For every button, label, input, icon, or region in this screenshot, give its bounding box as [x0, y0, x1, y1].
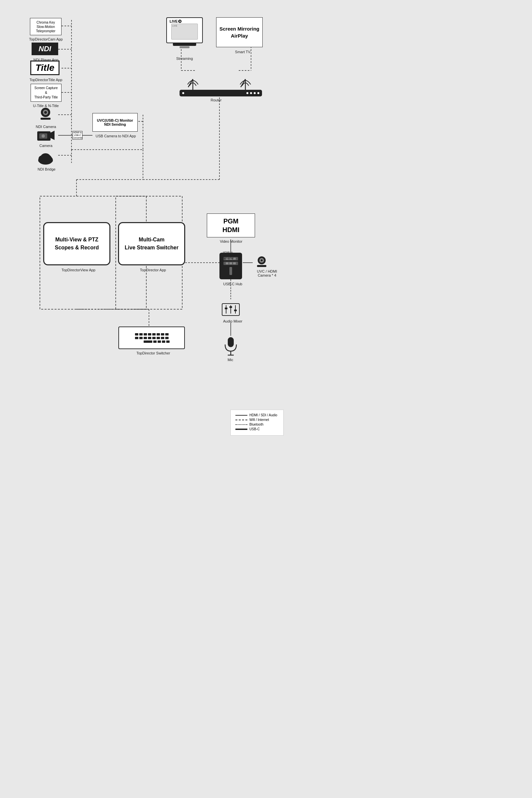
svg-rect-34 [41, 118, 51, 120]
svg-rect-60 [234, 309, 237, 311]
hdmi-usbc-box: HDMI to USB-C Converter [73, 131, 82, 140]
legend-usbc: USB-C [235, 427, 279, 431]
smart-tv-label: Smart TV [226, 50, 259, 54]
pgm-hdmi-label: Video Monitor [209, 240, 253, 243]
streaming-monitor: LIVE LIVE [163, 17, 206, 54]
router-label: Router [203, 98, 229, 102]
multi-cam-box: Multi-CamLive Stream Switcher [118, 222, 185, 265]
camera-icon [33, 128, 58, 143]
streaming-label: Streaming [170, 57, 200, 60]
legend: HDMI / SDI / Audio Wifi / Internet Bluet… [230, 410, 284, 436]
hdmi-usbc-converter-label: HDMI to USB-C Converter [220, 251, 236, 260]
svg-rect-58 [229, 306, 232, 308]
title-app-label: TopDirectorTitle App [23, 78, 69, 82]
pgm-hdmi-box: PGMHDMI [207, 213, 255, 238]
title-app-box: Title [30, 60, 59, 75]
switcher-label: TopDirector Switcher [122, 351, 185, 355]
ndi-camera-icon [33, 103, 58, 124]
mic-icon [222, 336, 240, 357]
router-body [179, 90, 262, 96]
smart-tv-box: Screen MirroringAirPlay [216, 17, 263, 47]
uvc-monitor-label: USB Camera to NDI App [89, 134, 142, 138]
uvc-monitor-box: UVC(USB-C) MonitorNDI Sending [92, 113, 138, 132]
chroma-key-label: TopDirectorCam App [23, 37, 69, 41]
audio-mixer-icon [220, 299, 242, 319]
svg-marker-36 [51, 131, 55, 140]
svg-point-38 [41, 134, 45, 138]
svg-rect-53 [257, 265, 266, 267]
legend-bluetooth: Bluetooth [235, 423, 279, 426]
multi-view-box: Multi-View & PTZScopes & Record [43, 222, 110, 265]
ndi-bridge-icon [33, 148, 58, 167]
svg-rect-61 [228, 337, 234, 347]
uvc-camera-icon [253, 254, 270, 269]
ndi-bridge-label: NDI Bridge [26, 167, 66, 171]
screen-capture-box: Screen Capture&Third-Party Title [31, 84, 61, 102]
uvc-camera-label: UVC / HDMICamera * 4 [249, 269, 285, 277]
svg-rect-56 [225, 307, 227, 309]
mic-label: Mic [217, 358, 244, 362]
camera-label: Camera [26, 144, 66, 148]
audio-mixer-label: Audio Mixer [213, 319, 253, 323]
switcher-hardware [118, 326, 185, 349]
multi-cam-label: TopDirector App [121, 268, 185, 272]
legend-wifi: Wifi / Internet [235, 418, 279, 422]
usbc-hub-label: USB-C Hub [213, 282, 253, 286]
svg-point-43 [38, 157, 53, 164]
svg-point-33 [44, 111, 47, 114]
svg-point-52 [261, 259, 263, 261]
chroma-key-box: Chroma KeySlow-MotionTeleprompter [30, 18, 61, 35]
diagram: Chroma KeySlow-MotionTeleprompter TopDir… [0, 0, 297, 449]
ndi-player-box: NDI [32, 42, 58, 55]
multi-view-label: TopDirectorView App [45, 268, 112, 272]
legend-hdmi: HDMI / SDI / Audio [235, 413, 279, 417]
